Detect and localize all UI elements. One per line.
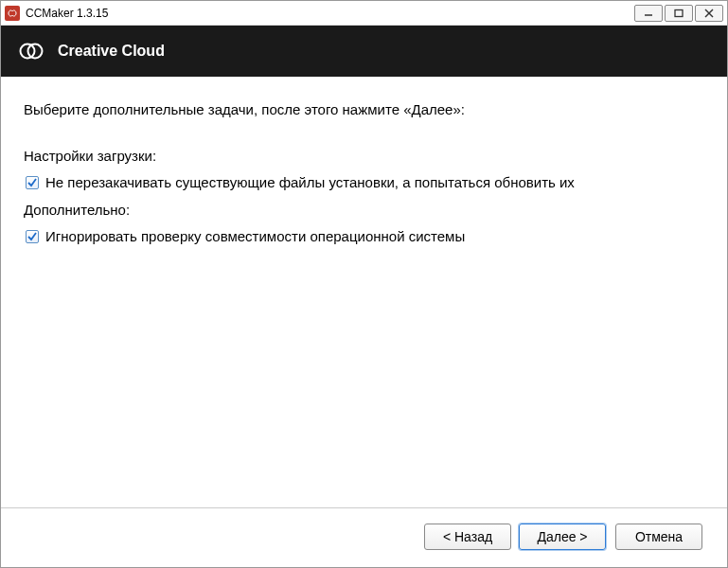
- checkbox-row-download: Не перезакачивать существующие файлы уст…: [26, 172, 708, 194]
- checkbox-no-redownload[interactable]: [26, 176, 39, 189]
- nav-button-group: < Назад Далее >: [424, 524, 606, 550]
- checkbox-ignore-compat-label: Игнорировать проверку совместимости опер…: [45, 226, 465, 248]
- back-button[interactable]: < Назад: [424, 524, 511, 550]
- window-title: CCMaker 1.3.15: [26, 7, 632, 20]
- window: CCMaker 1.3.15 Creative Cloud Выберите д…: [0, 0, 728, 568]
- close-button[interactable]: [695, 5, 723, 22]
- svg-rect-1: [675, 9, 683, 16]
- header-band: Creative Cloud: [1, 26, 727, 77]
- intro-text: Выберите дополнительные задачи, после эт…: [24, 99, 708, 121]
- content-area: Выберите дополнительные задачи, после эт…: [1, 77, 727, 508]
- creative-cloud-icon: [18, 38, 44, 64]
- app-icon: [5, 6, 20, 21]
- additional-section-label: Дополнительно:: [24, 200, 708, 222]
- window-controls: [632, 5, 723, 22]
- checkbox-no-redownload-label: Не перезакачивать существующие файлы уст…: [45, 172, 575, 194]
- checkbox-row-ignore: Игнорировать проверку совместимости опер…: [26, 226, 708, 248]
- maximize-button[interactable]: [665, 5, 693, 22]
- header-title: Creative Cloud: [58, 43, 165, 60]
- titlebar: CCMaker 1.3.15: [1, 1, 727, 26]
- next-button[interactable]: Далее >: [519, 524, 606, 550]
- cancel-button[interactable]: Отмена: [615, 524, 702, 550]
- download-section-label: Настройки загрузки:: [24, 146, 708, 168]
- checkbox-ignore-compat[interactable]: [26, 230, 39, 243]
- minimize-button[interactable]: [634, 5, 663, 22]
- footer-buttons: < Назад Далее > Отмена: [1, 508, 727, 567]
